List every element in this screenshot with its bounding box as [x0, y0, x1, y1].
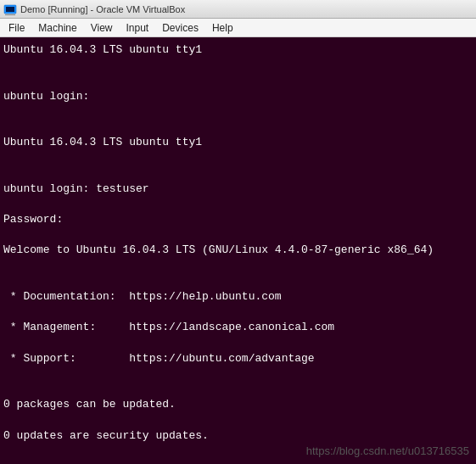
svg-rect-1 — [6, 7, 14, 12]
terminal-line: Ubuntu 16.04.3 LTS ubuntu tty1 — [3, 42, 473, 58]
terminal-line: * Support: https://ubuntu.com/advantage — [3, 351, 473, 366]
menu-devices[interactable]: Devices — [155, 19, 205, 36]
terminal-window[interactable]: Ubuntu 16.04.3 LTS ubuntu tty1 ubuntu lo… — [0, 37, 476, 464]
terminal-line: Welcome to Ubuntu 16.04.3 LTS (GNU/Linux… — [3, 243, 473, 258]
terminal-line: * Management: https://landscape.canonica… — [3, 320, 473, 335]
app-icon — [3, 3, 17, 16]
terminal-line: Ubuntu 16.04.3 LTS ubuntu tty1 — [3, 135, 473, 150]
terminal-line: ubuntu login: testuser — [3, 182, 473, 197]
menu-bar: File Machine View Input Devices Help — [0, 19, 476, 37]
terminal-line: ubuntu login: — [3, 89, 473, 104]
terminal-line: Password: — [3, 212, 473, 227]
menu-file[interactable]: File — [2, 19, 31, 36]
terminal-line: 0 packages can be updated. — [3, 397, 473, 412]
watermark-text: https://blog.csdn.net/u013716535 — [306, 444, 469, 457]
menu-help[interactable]: Help — [205, 19, 240, 36]
menu-view[interactable]: View — [84, 19, 120, 36]
terminal-line: 0 updates are security updates. — [3, 428, 473, 444]
svg-rect-2 — [5, 14, 15, 15]
window-title: Demo [Running] - Oracle VM VirtualBox — [20, 4, 473, 14]
menu-machine[interactable]: Machine — [31, 19, 83, 36]
title-bar: Demo [Running] - Oracle VM VirtualBox — [0, 0, 476, 19]
menu-input[interactable]: Input — [120, 19, 156, 36]
terminal-line: * Documentation: https://help.ubuntu.com — [3, 289, 473, 305]
